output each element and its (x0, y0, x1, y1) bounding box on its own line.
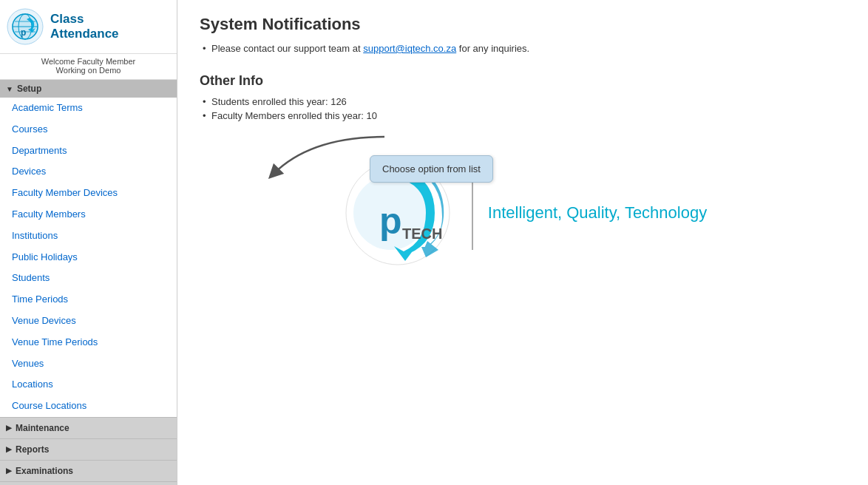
tagline: Intelligent, Quality, Technology (488, 203, 707, 223)
nav-faculty-member-devices[interactable]: Faculty Member Devices (0, 183, 177, 204)
nav-venues[interactable]: Venues (0, 353, 177, 375)
examinations-section-header[interactable]: ▶ Examinations (0, 460, 177, 481)
maintenance-section-header[interactable]: ▶ Maintenance (0, 417, 177, 438)
main-content: System Notifications Please contact our … (177, 0, 868, 485)
setup-arrow-icon: ▼ (6, 85, 13, 93)
svg-text:p: p (379, 200, 402, 242)
other-info-heading: Other Info (200, 73, 846, 89)
nav-locations[interactable]: Locations (0, 374, 177, 396)
svg-text:p: p (21, 27, 26, 38)
nav-students[interactable]: Students (0, 268, 177, 289)
examinations-arrow-icon: ▶ (6, 467, 12, 475)
nav-departments[interactable]: Departments (0, 140, 177, 162)
reports-arrow-icon: ▶ (6, 445, 12, 453)
nav-course-locations[interactable]: Course Locations (0, 396, 177, 417)
nav-venue-time-periods[interactable]: Venue Time Periods (0, 332, 177, 353)
support-email-link[interactable]: support@iqtech.co.za (363, 43, 456, 54)
nav-courses[interactable]: Courses (0, 119, 177, 140)
faculty-enrolled-info: Faculty Members enrolled this year: 10 (200, 110, 846, 121)
nav-faculty-members[interactable]: Faculty Members (0, 204, 177, 225)
bottom-logo-area: p TECH Intelligent, Quality, Technology (200, 154, 846, 272)
nav-institutions[interactable]: Institutions (0, 225, 177, 247)
nav-public-holidays[interactable]: Public Holidays (0, 247, 177, 268)
sidebar-header: p Class Attendance (0, 0, 177, 54)
nav-academic-terms[interactable]: Academic Terms (0, 98, 177, 119)
nav-venue-devices[interactable]: Venue Devices (0, 311, 177, 332)
maintenance-arrow-icon: ▶ (6, 424, 12, 432)
tooltip-callout: Choose option from list (370, 155, 493, 183)
reports-section-header[interactable]: ▶ Reports (0, 438, 177, 460)
notification-message: Please contact our support team at suppo… (200, 43, 846, 54)
nav-time-periods[interactable]: Time Periods (0, 289, 177, 311)
page-title: System Notifications (200, 15, 846, 34)
nav-devices[interactable]: Devices (0, 161, 177, 183)
students-enrolled-info: Students enrolled this year: 126 (200, 96, 846, 107)
app-title: Class Attendance (50, 12, 119, 42)
svg-text:TECH: TECH (402, 225, 442, 242)
setup-section-header[interactable]: ▼ Setup (0, 80, 177, 98)
notifications-section-header[interactable]: ▶ Notifications (0, 481, 177, 485)
sidebar-welcome: Welcome Faculty Member Working on Demo (0, 54, 177, 80)
sidebar: p Class Attendance Welcome Faculty Membe… (0, 0, 177, 485)
app-logo: p (6, 7, 44, 46)
logo-divider (472, 176, 473, 250)
